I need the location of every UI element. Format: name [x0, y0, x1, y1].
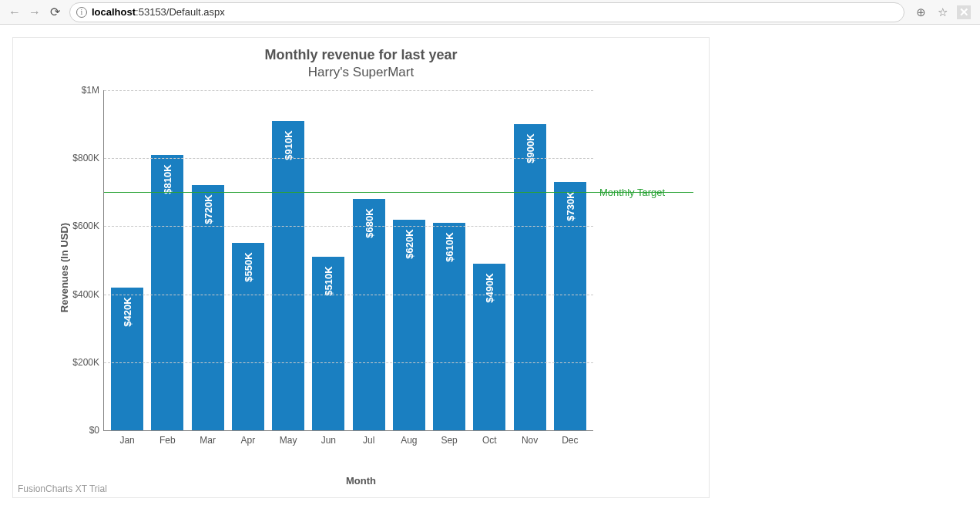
bar-sep[interactable]: $610K: [433, 223, 465, 430]
bar-slot: $730KDec: [550, 90, 590, 430]
site-info-icon[interactable]: i: [76, 7, 87, 18]
bar-slot: $680KJul: [349, 90, 389, 430]
pdf-extension-icon[interactable]: ✕: [957, 5, 971, 19]
grid-area: $420KJan$810KFeb$720KMar$550KApr$910KMay…: [103, 90, 593, 431]
y-tick-label: $1M: [82, 85, 104, 96]
chart-title: Monthly revenue for last year: [13, 38, 709, 63]
bar-slot: $900KNov: [510, 90, 550, 430]
bar-jul[interactable]: $680K: [353, 199, 385, 430]
x-axis-label: Month: [13, 475, 709, 487]
bar-value-label: $720K: [202, 195, 213, 224]
bar-slot: $550KApr: [228, 90, 268, 430]
bookmark-star-icon[interactable]: ☆: [935, 5, 949, 19]
bar-oct[interactable]: $490K: [473, 264, 505, 430]
bar-apr[interactable]: $550K: [232, 243, 264, 430]
bar-value-label: $610K: [444, 232, 455, 261]
x-tick-label: Feb: [159, 430, 176, 446]
bar-slot: $510KJun: [308, 90, 348, 430]
bar-jan[interactable]: $420K: [111, 288, 143, 430]
page-content: Monthly revenue for last year Harry's Su…: [0, 25, 980, 498]
gridline: [104, 362, 593, 363]
x-tick-label: Nov: [522, 430, 538, 446]
reload-button[interactable]: ⟳: [45, 2, 65, 22]
x-tick-label: Sep: [441, 430, 457, 446]
x-tick-label: Mar: [200, 430, 216, 446]
bar-value-label: $420K: [122, 297, 133, 326]
bar-slot: $610KSep: [429, 90, 469, 430]
x-tick-label: Aug: [401, 430, 417, 446]
gridline: [104, 90, 593, 91]
bar-slot: $720KMar: [188, 90, 228, 430]
browser-toolbar: ← → ⟳ i localhost:53153/Default.aspx ⊕ ☆…: [0, 0, 980, 25]
target-label: Monthly Target: [599, 187, 665, 198]
bar-nov[interactable]: $900K: [514, 124, 546, 430]
gridline: [104, 158, 593, 159]
bar-value-label: $490K: [484, 273, 495, 302]
bar-mar[interactable]: $720K: [192, 185, 224, 430]
plot-area: $420KJan$810KFeb$720KMar$550KApr$910KMay…: [55, 90, 693, 450]
bar-slot: $490KOct: [469, 90, 509, 430]
bar-value-label: $910K: [283, 130, 294, 160]
bar-slot: $420KJan: [107, 90, 147, 430]
bar-dec[interactable]: $730K: [554, 182, 586, 430]
address-bar[interactable]: i localhost:53153/Default.aspx: [69, 2, 904, 22]
chart-subtitle: Harry's SuperMart: [13, 63, 709, 80]
y-tick-label: $400K: [72, 289, 104, 300]
bar-feb[interactable]: $810K: [151, 155, 183, 430]
bar-value-label: $620K: [403, 229, 414, 258]
zoom-icon[interactable]: ⊕: [914, 5, 928, 19]
bar-aug[interactable]: $620K: [393, 220, 425, 430]
bar-slot: $620KAug: [389, 90, 429, 430]
toolbar-right: ⊕ ☆ ✕: [909, 5, 975, 19]
back-button[interactable]: ←: [5, 2, 25, 22]
bar-value-label: $680K: [363, 208, 374, 237]
bar-slot: $910KMay: [268, 90, 308, 430]
x-tick-label: Oct: [482, 430, 497, 446]
bar-value-label: $510K: [323, 266, 334, 295]
bar-may[interactable]: $910K: [272, 121, 304, 430]
gridline: [104, 226, 593, 227]
bar-value-label: $810K: [162, 164, 173, 194]
url-text: localhost:53153/Default.aspx: [92, 6, 225, 18]
chart-container: Monthly revenue for last year Harry's Su…: [12, 37, 710, 498]
x-tick-label: Jul: [363, 430, 374, 446]
y-tick-label: $200K: [72, 357, 104, 368]
bar-value-label: $730K: [564, 191, 576, 221]
x-tick-label: May: [280, 430, 297, 446]
bar-jun[interactable]: $510K: [312, 257, 344, 430]
bar-value-label: $550K: [242, 253, 253, 282]
forward-button[interactable]: →: [25, 2, 45, 22]
y-tick-label: $0: [89, 425, 104, 436]
x-tick-label: Jan: [119, 430, 134, 446]
gridline: [104, 295, 593, 295]
y-tick-label: $600K: [72, 221, 104, 231]
x-tick-label: Jun: [321, 430, 336, 446]
y-tick-label: $800K: [72, 153, 104, 163]
x-tick-label: Apr: [241, 430, 256, 446]
bar-slot: $810KFeb: [147, 90, 187, 430]
bars-row: $420KJan$810KFeb$720KMar$550KApr$910KMay…: [104, 90, 593, 430]
x-tick-label: Dec: [562, 430, 578, 446]
chart-watermark: FusionCharts XT Trial: [18, 483, 107, 494]
